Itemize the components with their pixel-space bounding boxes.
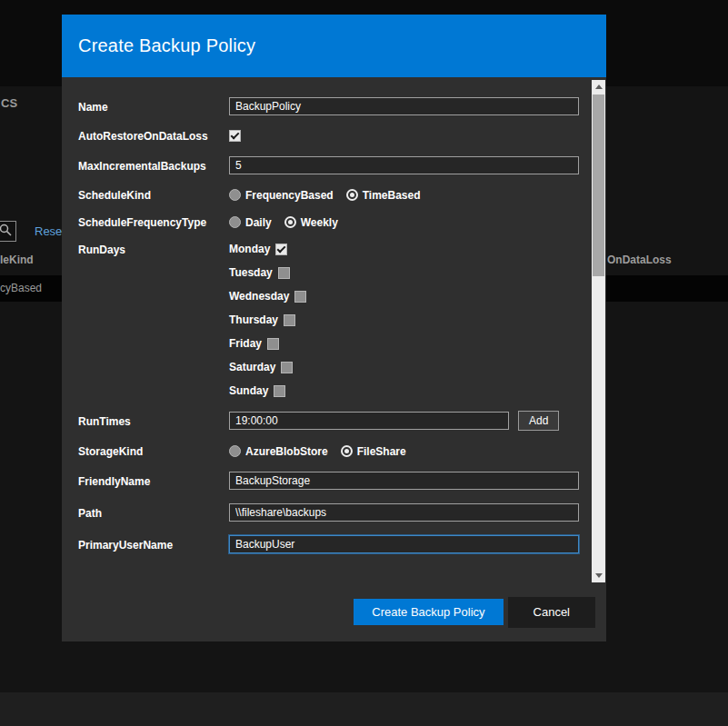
name-label: Name	[78, 100, 229, 114]
friendlyname-label: FriendlyName	[78, 474, 229, 488]
radio-timebased-label: TimeBased	[363, 189, 421, 202]
day-item-monday: Monday	[229, 243, 306, 255]
search-box[interactable]	[0, 221, 16, 242]
clipped-cell-frequencybased: cyBased	[0, 282, 42, 294]
down-arrow-icon	[595, 573, 603, 578]
scrollbar-thumb[interactable]	[593, 94, 604, 276]
radio-fileshare[interactable]	[341, 445, 353, 457]
field-row-path: Path	[78, 503, 575, 522]
maxincremental-label: MaxIncrementalBackups	[78, 159, 229, 173]
saturday-label: Saturday	[229, 361, 275, 373]
radio-weekly[interactable]	[284, 216, 296, 228]
field-row-schedulekind: ScheduleKind FrequencyBased TimeBased	[78, 188, 575, 202]
dialog-header: Create Backup Policy	[62, 15, 606, 77]
page-footer-bar	[0, 692, 728, 726]
day-item-tuesday: Tuesday	[229, 266, 306, 279]
reset-link[interactable]: Reset	[35, 224, 65, 238]
radio-weekly-label: Weekly	[301, 216, 338, 229]
dialog-footer: Create Backup Policy Cancel	[62, 582, 606, 641]
monday-checkbox[interactable]	[275, 244, 287, 255]
radio-azureblobstore-label: AzureBlobStore	[245, 445, 328, 458]
day-item-sunday: Sunday	[229, 384, 306, 397]
thursday-label: Thursday	[229, 313, 278, 326]
scrollbar-down-button[interactable]	[592, 569, 605, 582]
primaryusername-label: PrimaryUserName	[78, 538, 229, 552]
friday-label: Friday	[229, 337, 262, 350]
radio-timebased[interactable]	[346, 189, 358, 201]
path-label: Path	[78, 506, 229, 520]
path-input[interactable]	[229, 503, 579, 522]
dialog-title: Create Backup Policy	[78, 35, 255, 56]
clipped-column-header-schedulekind: leKind	[0, 254, 34, 266]
radio-daily[interactable]	[229, 216, 241, 228]
autorestore-checkbox[interactable]	[229, 130, 241, 142]
clipped-text-cs: CS	[1, 96, 17, 110]
runtimes-label: RunTimes	[78, 414, 229, 428]
radio-frequencybased[interactable]	[229, 189, 241, 201]
wednesday-checkbox[interactable]	[294, 291, 306, 303]
field-row-maxincremental: MaxIncrementalBackups	[78, 156, 575, 174]
schedulefrequencytype-label: ScheduleFrequencyType	[78, 215, 229, 229]
monday-label: Monday	[229, 243, 270, 255]
day-item-friday: Friday	[229, 337, 306, 350]
create-backup-policy-dialog: Create Backup Policy Name AutoRestoreOnD…	[62, 15, 606, 641]
radio-fileshare-label: FileShare	[357, 445, 406, 458]
create-backup-policy-button[interactable]: Create Backup Policy	[354, 599, 503, 625]
field-row-schedulefrequencytype: ScheduleFrequencyType Daily Weekly	[78, 215, 575, 229]
radio-azureblobstore[interactable]	[229, 445, 241, 457]
sunday-label: Sunday	[229, 384, 268, 397]
sunday-checkbox[interactable]	[274, 385, 285, 397]
field-row-runtimes: RunTimes Add	[78, 411, 575, 431]
up-arrow-icon	[595, 85, 603, 89]
dialog-scrollbar[interactable]	[592, 80, 605, 582]
tuesday-checkbox[interactable]	[278, 267, 290, 279]
day-item-thursday: Thursday	[229, 313, 306, 326]
friendlyname-input[interactable]	[229, 472, 579, 490]
primaryusername-input[interactable]	[229, 535, 579, 553]
schedulekind-label: ScheduleKind	[78, 188, 229, 202]
rundays-list: Monday Tuesday Wednesday Thursday	[229, 243, 306, 397]
field-row-name: Name	[78, 97, 575, 115]
field-row-friendlyname: FriendlyName	[78, 472, 575, 490]
storagekind-label: StorageKind	[78, 444, 229, 458]
rundays-label: RunDays	[78, 243, 229, 256]
saturday-checkbox[interactable]	[281, 362, 293, 373]
day-item-wednesday: Wednesday	[229, 290, 306, 303]
tuesday-label: Tuesday	[229, 266, 273, 279]
friday-checkbox[interactable]	[267, 338, 279, 350]
search-icon	[0, 224, 12, 240]
clipped-column-header-ondataloss: OnDataLoss	[607, 254, 672, 266]
name-input[interactable]	[229, 97, 579, 115]
maxincremental-input[interactable]	[229, 156, 579, 174]
field-row-autorestore: AutoRestoreOnDataLoss	[78, 129, 575, 143]
field-row-primaryusername: PrimaryUserName	[78, 535, 575, 553]
radio-frequencybased-label: FrequencyBased	[245, 189, 334, 202]
thursday-checkbox[interactable]	[284, 314, 295, 326]
dialog-body: Name AutoRestoreOnDataLoss MaxIncrementa…	[62, 77, 606, 582]
wednesday-label: Wednesday	[229, 290, 289, 303]
autorestore-label: AutoRestoreOnDataLoss	[78, 129, 229, 143]
radio-daily-label: Daily	[245, 216, 272, 229]
runtimes-input[interactable]	[229, 412, 509, 430]
day-item-saturday: Saturday	[229, 361, 306, 373]
scrollbar-up-button[interactable]	[592, 80, 605, 94]
add-runtime-button[interactable]: Add	[518, 411, 559, 431]
cancel-button[interactable]: Cancel	[508, 597, 595, 628]
backup-policy-form: Name AutoRestoreOnDataLoss MaxIncrementa…	[62, 77, 606, 553]
field-row-rundays: RunDays Monday Tuesday Wednesday	[78, 243, 575, 397]
field-row-storagekind: StorageKind AzureBlobStore FileShare	[78, 444, 575, 458]
